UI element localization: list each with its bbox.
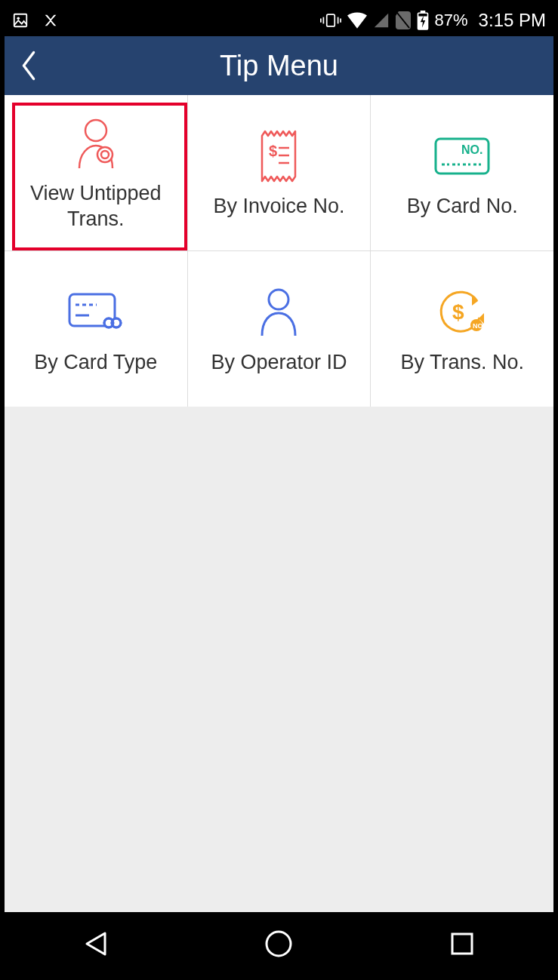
app-bar: Tip Menu <box>5 36 553 95</box>
user-search-icon <box>73 113 119 174</box>
tile-by-operator-id[interactable]: By Operator ID <box>188 251 371 407</box>
empty-area <box>5 407 553 912</box>
status-bar: 87% 3:15 PM <box>5 5 553 36</box>
back-button[interactable] <box>18 36 39 95</box>
nav-back-button[interactable] <box>58 921 134 966</box>
svg-rect-0 <box>14 14 27 27</box>
no-sim-icon <box>396 11 411 29</box>
tile-label: By Card No. <box>407 194 518 220</box>
tile-by-invoice-no[interactable]: $ By Invoice No. <box>188 95 371 250</box>
svg-rect-37 <box>452 934 472 954</box>
svg-text:NO.: NO. <box>473 322 485 330</box>
user-icon <box>257 282 300 343</box>
card-type-icon <box>66 282 125 343</box>
tile-label: By Trans. No. <box>400 350 524 376</box>
vibrate-icon <box>320 12 341 29</box>
svg-text:$: $ <box>452 300 464 324</box>
battery-charging-icon <box>417 11 429 30</box>
cell-signal-icon <box>373 12 390 29</box>
app-notification-icon <box>42 12 59 29</box>
status-left <box>12 12 59 29</box>
tile-view-untipped-trans[interactable]: View Untipped Trans. <box>5 95 187 250</box>
receipt-icon: $ <box>257 126 300 186</box>
tile-label: By Card Type <box>34 350 157 376</box>
tile-grid: View Untipped Trans. $ By Invoice No. <box>5 95 553 407</box>
svg-marker-35 <box>87 933 105 954</box>
status-right: 87% 3:15 PM <box>320 10 546 31</box>
clock-time: 3:15 PM <box>479 10 546 31</box>
image-icon <box>12 12 29 29</box>
card-no-icon: NO. <box>433 126 492 186</box>
trans-no-icon: $ NO. <box>436 282 489 343</box>
android-nav-bar <box>5 912 553 975</box>
nav-recent-button[interactable] <box>424 921 500 966</box>
battery-percent: 87% <box>435 11 468 30</box>
svg-text:$: $ <box>269 143 277 159</box>
wifi-icon <box>347 12 367 29</box>
content-area: View Untipped Trans. $ By Invoice No. <box>5 95 553 912</box>
svg-point-12 <box>97 147 113 162</box>
svg-rect-2 <box>326 14 334 26</box>
nav-home-button[interactable] <box>241 921 316 966</box>
svg-text:NO.: NO. <box>461 143 482 156</box>
tile-label: View Untipped Trans. <box>9 181 183 232</box>
page-title: Tip Menu <box>5 50 553 82</box>
tile-by-card-no[interactable]: NO. By Card No. <box>371 95 553 250</box>
svg-rect-9 <box>420 11 425 13</box>
tile-by-card-type[interactable]: By Card Type <box>5 251 187 407</box>
svg-point-11 <box>85 120 106 141</box>
device-frame: 87% 3:15 PM Tip Menu <box>0 0 558 980</box>
svg-point-1 <box>17 17 20 20</box>
svg-point-31 <box>269 290 288 309</box>
tile-by-trans-no[interactable]: $ NO. By Trans. No. <box>371 251 553 407</box>
svg-point-36 <box>267 932 291 956</box>
tile-label: By Invoice No. <box>213 194 344 220</box>
tile-label: By Operator ID <box>211 350 347 376</box>
